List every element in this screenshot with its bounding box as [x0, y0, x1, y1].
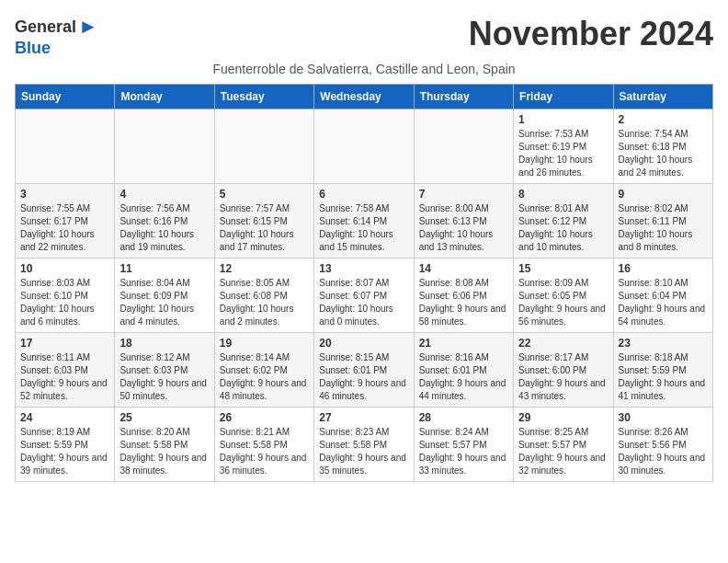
day-number: 1 [518, 113, 608, 126]
day-number: 12 [220, 262, 309, 275]
day-info: Sunrise: 8:21 AM Sunset: 5:58 PM Dayligh… [220, 426, 309, 477]
day-number: 2 [619, 113, 708, 126]
day-info: Sunrise: 7:55 AM Sunset: 6:17 PM Dayligh… [20, 202, 109, 254]
calendar-cell: 24Sunrise: 8:19 AM Sunset: 5:59 PM Dayli… [16, 408, 115, 482]
day-info: Sunrise: 8:07 AM Sunset: 6:07 PM Dayligh… [319, 277, 408, 328]
day-info: Sunrise: 8:05 AM Sunset: 6:08 PM Dayligh… [220, 277, 309, 328]
day-info: Sunrise: 8:03 AM Sunset: 6:10 PM Dayligh… [20, 277, 109, 328]
calendar-week-5: 24Sunrise: 8:19 AM Sunset: 5:59 PM Dayli… [16, 408, 713, 482]
day-info: Sunrise: 8:10 AM Sunset: 6:04 PM Dayligh… [619, 277, 708, 328]
day-info: Sunrise: 8:01 AM Sunset: 6:12 PM Dayligh… [518, 202, 608, 254]
calendar-cell: 2Sunrise: 7:54 AM Sunset: 6:18 PM Daylig… [613, 109, 712, 184]
calendar-cell: 3Sunrise: 7:55 AM Sunset: 6:17 PM Daylig… [16, 184, 115, 259]
day-info: Sunrise: 8:11 AM Sunset: 6:03 PM Dayligh… [20, 351, 109, 403]
page-header: General ► Blue November 2024 [15, 15, 713, 58]
day-info: Sunrise: 7:57 AM Sunset: 6:15 PM Dayligh… [220, 202, 309, 254]
weekday-header-monday: Monday [115, 85, 214, 109]
day-info: Sunrise: 8:08 AM Sunset: 6:06 PM Dayligh… [419, 277, 508, 328]
calendar-cell: 11Sunrise: 8:04 AM Sunset: 6:09 PM Dayli… [115, 259, 214, 333]
calendar-cell: 29Sunrise: 8:25 AM Sunset: 5:57 PM Dayli… [514, 408, 613, 482]
day-number: 25 [119, 411, 209, 424]
calendar-cell [16, 109, 115, 184]
day-number: 28 [419, 411, 508, 424]
calendar-cell: 16Sunrise: 8:10 AM Sunset: 6:04 PM Dayli… [613, 259, 712, 333]
calendar-cell: 23Sunrise: 8:18 AM Sunset: 5:59 PM Dayli… [613, 333, 712, 408]
day-info: Sunrise: 8:20 AM Sunset: 5:58 PM Dayligh… [119, 426, 209, 477]
calendar-cell: 6Sunrise: 7:58 AM Sunset: 6:14 PM Daylig… [314, 184, 414, 259]
day-number: 4 [119, 188, 209, 201]
day-number: 27 [319, 411, 408, 424]
weekday-header-saturday: Saturday [613, 85, 712, 109]
day-info: Sunrise: 8:14 AM Sunset: 6:02 PM Dayligh… [220, 351, 309, 403]
day-info: Sunrise: 8:17 AM Sunset: 6:00 PM Dayligh… [518, 351, 608, 403]
day-info: Sunrise: 7:53 AM Sunset: 6:19 PM Dayligh… [518, 128, 608, 179]
day-info: Sunrise: 8:16 AM Sunset: 6:01 PM Dayligh… [419, 351, 508, 403]
day-number: 6 [319, 188, 408, 201]
calendar-week-4: 17Sunrise: 8:11 AM Sunset: 6:03 PM Dayli… [16, 333, 713, 408]
calendar-cell: 17Sunrise: 8:11 AM Sunset: 6:03 PM Dayli… [16, 333, 115, 408]
calendar-cell: 19Sunrise: 8:14 AM Sunset: 6:02 PM Dayli… [214, 333, 313, 408]
day-number: 14 [419, 262, 508, 275]
logo-general-text: General [15, 17, 76, 37]
calendar-cell: 1Sunrise: 7:53 AM Sunset: 6:19 PM Daylig… [514, 109, 613, 184]
day-info: Sunrise: 8:00 AM Sunset: 6:13 PM Dayligh… [419, 202, 508, 254]
calendar-week-1: 1Sunrise: 7:53 AM Sunset: 6:19 PM Daylig… [16, 109, 713, 184]
title-section: November 2024 [469, 15, 713, 53]
day-info: Sunrise: 8:04 AM Sunset: 6:09 PM Dayligh… [119, 277, 209, 328]
day-info: Sunrise: 8:12 AM Sunset: 6:03 PM Dayligh… [119, 351, 209, 403]
day-info: Sunrise: 8:15 AM Sunset: 6:01 PM Dayligh… [319, 351, 408, 403]
weekday-header-friday: Friday [514, 85, 613, 109]
calendar-cell: 13Sunrise: 8:07 AM Sunset: 6:07 PM Dayli… [314, 259, 414, 333]
day-number: 16 [619, 262, 708, 275]
calendar-cell [115, 109, 214, 184]
day-number: 21 [419, 337, 508, 350]
day-number: 11 [119, 262, 209, 275]
weekday-header-sunday: Sunday [16, 85, 115, 109]
calendar-week-3: 10Sunrise: 8:03 AM Sunset: 6:10 PM Dayli… [16, 259, 713, 333]
logo: General ► Blue [15, 15, 98, 58]
logo-bird-icon: ► [78, 15, 98, 39]
calendar-cell: 12Sunrise: 8:05 AM Sunset: 6:08 PM Dayli… [214, 259, 313, 333]
day-number: 13 [319, 262, 408, 275]
day-number: 8 [518, 188, 608, 201]
day-number: 5 [220, 188, 309, 201]
day-info: Sunrise: 8:19 AM Sunset: 5:59 PM Dayligh… [20, 426, 109, 477]
day-number: 10 [20, 262, 109, 275]
calendar-cell: 30Sunrise: 8:26 AM Sunset: 5:56 PM Dayli… [613, 408, 712, 482]
calendar-cell: 25Sunrise: 8:20 AM Sunset: 5:58 PM Dayli… [115, 408, 214, 482]
calendar-cell: 15Sunrise: 8:09 AM Sunset: 6:05 PM Dayli… [514, 259, 613, 333]
calendar-cell: 8Sunrise: 8:01 AM Sunset: 6:12 PM Daylig… [514, 184, 613, 259]
calendar-cell [214, 109, 313, 184]
calendar-cell: 28Sunrise: 8:24 AM Sunset: 5:57 PM Dayli… [414, 408, 513, 482]
calendar-cell: 7Sunrise: 8:00 AM Sunset: 6:13 PM Daylig… [414, 184, 513, 259]
logo-blue-text: Blue [15, 39, 51, 58]
day-info: Sunrise: 7:56 AM Sunset: 6:16 PM Dayligh… [119, 202, 209, 254]
calendar-cell: 5Sunrise: 7:57 AM Sunset: 6:15 PM Daylig… [214, 184, 313, 259]
weekday-header-thursday: Thursday [414, 85, 513, 109]
calendar-cell [314, 109, 414, 184]
calendar-week-2: 3Sunrise: 7:55 AM Sunset: 6:17 PM Daylig… [16, 184, 713, 259]
day-info: Sunrise: 8:26 AM Sunset: 5:56 PM Dayligh… [619, 426, 708, 477]
day-info: Sunrise: 8:24 AM Sunset: 5:57 PM Dayligh… [419, 426, 508, 477]
calendar-cell: 22Sunrise: 8:17 AM Sunset: 6:00 PM Dayli… [514, 333, 613, 408]
day-number: 26 [220, 411, 309, 424]
day-info: Sunrise: 8:23 AM Sunset: 5:58 PM Dayligh… [319, 426, 408, 477]
day-number: 29 [518, 411, 608, 424]
day-info: Sunrise: 8:18 AM Sunset: 5:59 PM Dayligh… [619, 351, 708, 403]
day-number: 23 [619, 337, 708, 350]
weekday-header-tuesday: Tuesday [214, 85, 313, 109]
day-number: 9 [619, 188, 708, 201]
day-number: 18 [119, 337, 209, 350]
day-number: 24 [20, 411, 109, 424]
calendar-cell: 9Sunrise: 8:02 AM Sunset: 6:11 PM Daylig… [613, 184, 712, 259]
calendar-cell: 4Sunrise: 7:56 AM Sunset: 6:16 PM Daylig… [115, 184, 214, 259]
day-number: 22 [518, 337, 608, 350]
day-info: Sunrise: 7:54 AM Sunset: 6:18 PM Dayligh… [619, 128, 708, 179]
calendar-cell: 20Sunrise: 8:15 AM Sunset: 6:01 PM Dayli… [314, 333, 414, 408]
calendar-cell: 14Sunrise: 8:08 AM Sunset: 6:06 PM Dayli… [414, 259, 513, 333]
calendar-cell: 27Sunrise: 8:23 AM Sunset: 5:58 PM Dayli… [314, 408, 414, 482]
day-number: 17 [20, 337, 109, 350]
location-subtitle: Fuenterroble de Salvatierra, Castille an… [15, 62, 713, 76]
month-title: November 2024 [469, 15, 713, 53]
day-info: Sunrise: 8:25 AM Sunset: 5:57 PM Dayligh… [518, 426, 608, 477]
